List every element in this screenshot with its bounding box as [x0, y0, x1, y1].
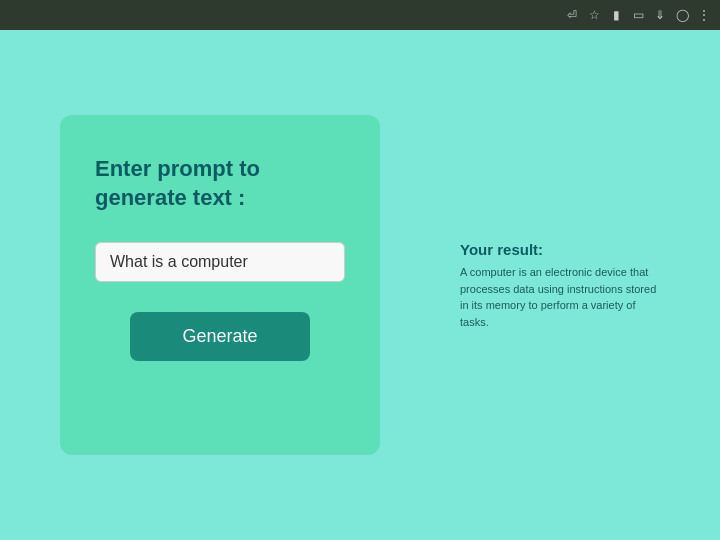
extensions-icon[interactable]: ▮: [608, 7, 624, 23]
generate-button[interactable]: Generate: [130, 312, 310, 361]
result-section: Your result: A computer is an electronic…: [460, 241, 660, 330]
bookmark-icon[interactable]: ▭: [630, 7, 646, 23]
result-title: Your result:: [460, 241, 660, 258]
star-icon[interactable]: ☆: [586, 7, 602, 23]
prompt-card: Enter prompt to generate text : Generate: [60, 115, 380, 455]
profile-icon[interactable]: ◯: [674, 7, 690, 23]
prompt-input[interactable]: [95, 242, 345, 282]
result-text: A computer is an electronic device that …: [460, 264, 660, 330]
browser-bar: ⏎ ☆ ▮ ▭ ⇓ ◯ ⋮: [0, 0, 720, 30]
share-icon[interactable]: ⏎: [564, 7, 580, 23]
main-content: Enter prompt to generate text : Generate…: [0, 30, 720, 540]
menu-icon[interactable]: ⋮: [696, 7, 712, 23]
download-icon[interactable]: ⇓: [652, 7, 668, 23]
card-title: Enter prompt to generate text :: [95, 155, 345, 212]
